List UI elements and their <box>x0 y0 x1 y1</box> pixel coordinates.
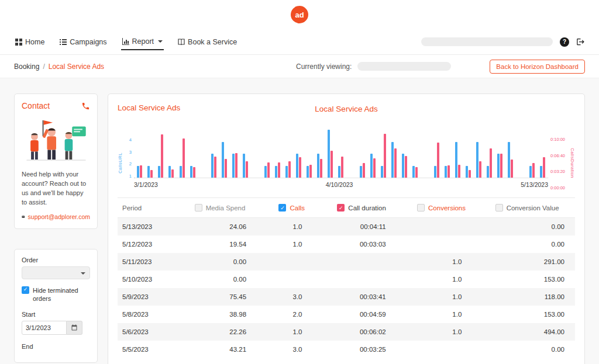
duration-bar[interactable] <box>299 157 301 178</box>
calls-bar[interactable] <box>137 166 139 178</box>
duration-bar[interactable] <box>278 162 280 178</box>
duration-bar[interactable] <box>150 170 153 178</box>
duration-bar[interactable] <box>469 170 471 178</box>
calls-bar[interactable] <box>487 166 489 178</box>
calls-bar[interactable] <box>412 166 415 178</box>
calls-bar[interactable] <box>190 166 192 178</box>
chart: CallsURL 1234 3/1/20234/10/20235/13/2023… <box>118 128 575 188</box>
duration-bar[interactable] <box>161 134 163 178</box>
calls-bar[interactable] <box>381 166 383 178</box>
bar-group <box>190 166 195 178</box>
calls-bar[interactable] <box>445 166 447 178</box>
duration-bar[interactable] <box>331 151 333 178</box>
calls-bar[interactable] <box>402 154 404 178</box>
duration-bar[interactable] <box>183 138 185 178</box>
duration-bar[interactable] <box>246 161 248 178</box>
back-to-horizon-button[interactable]: Back to Horizon Dashboard <box>490 60 585 74</box>
column-header-calls[interactable]: Calls <box>264 204 319 212</box>
contact-help-text: Need help with your account? Reach out t… <box>22 170 90 207</box>
calls-bar[interactable] <box>275 166 277 178</box>
calls-bar[interactable] <box>508 142 510 178</box>
calls-bar[interactable] <box>232 154 235 178</box>
duration-bar[interactable] <box>394 148 397 178</box>
calls-bar[interactable] <box>391 142 394 178</box>
metric-checkbox-calls[interactable] <box>278 204 286 212</box>
duration-bar[interactable] <box>543 157 545 178</box>
duration-bar[interactable] <box>214 157 216 178</box>
duration-bar[interactable] <box>384 134 386 178</box>
duration-bar[interactable] <box>458 165 460 178</box>
calendar-button[interactable] <box>67 321 82 335</box>
account-selector[interactable] <box>421 37 553 46</box>
duration-bar[interactable] <box>225 159 227 178</box>
duration-bar[interactable] <box>405 156 407 178</box>
calls-bar[interactable] <box>434 166 436 178</box>
duration-bar[interactable] <box>363 163 365 178</box>
duration-bar[interactable] <box>437 143 439 178</box>
duration-bar[interactable] <box>490 148 492 178</box>
calls-bar[interactable] <box>168 166 171 178</box>
duration-bar[interactable] <box>309 165 312 178</box>
calls-bar[interactable] <box>328 130 330 178</box>
calls-bar[interactable] <box>338 166 340 178</box>
metric-checkbox-conversions[interactable] <box>417 204 425 212</box>
calls-bar[interactable] <box>466 166 468 178</box>
start-date-input[interactable] <box>22 321 67 335</box>
calls-bar[interactable] <box>211 154 214 178</box>
support-email-link[interactable]: support@adplorer.com <box>28 213 90 220</box>
calls-bar[interactable] <box>180 166 182 178</box>
duration-bar[interactable] <box>171 169 174 178</box>
calls-bar[interactable] <box>264 166 267 178</box>
currently-viewing-value[interactable] <box>357 62 451 71</box>
metric-checkbox-conversion-value[interactable] <box>495 204 503 212</box>
sign-out-icon[interactable] <box>576 37 585 46</box>
calls-bar[interactable] <box>222 142 224 178</box>
table-row: 5/8/202338.982.000:04:591.0153.00 <box>118 306 575 323</box>
nav-item-campaigns[interactable]: Campaigns <box>58 34 108 50</box>
calls-bar[interactable] <box>529 166 532 178</box>
calls-bar[interactable] <box>158 166 160 178</box>
column-header-call-duration[interactable]: Call duration <box>320 204 404 212</box>
breadcrumb-section[interactable]: Booking <box>14 63 39 71</box>
duration-bar[interactable] <box>140 165 142 178</box>
metric-checkbox-call-duration[interactable] <box>337 204 345 212</box>
adplorer-logo[interactable]: ad <box>291 6 308 23</box>
calls-bar[interactable] <box>497 154 500 178</box>
duration-bar[interactable] <box>193 167 195 178</box>
duration-bar[interactable] <box>288 161 291 178</box>
calls-bar[interactable] <box>243 154 245 178</box>
column-header-conversion-value[interactable]: Conversion Value <box>479 204 575 212</box>
calls-bar[interactable] <box>476 142 478 178</box>
calls-bar[interactable] <box>360 166 362 178</box>
nav-item-report[interactable]: Report <box>121 34 164 50</box>
duration-bar[interactable] <box>341 157 343 178</box>
duration-bar[interactable] <box>479 161 481 178</box>
calls-bar[interactable] <box>307 166 309 178</box>
calls-bar[interactable] <box>285 166 288 178</box>
duration-bar[interactable] <box>447 165 450 178</box>
duration-bar[interactable] <box>415 167 418 178</box>
column-header-conversions[interactable]: Conversions <box>404 204 480 212</box>
hide-terminated-checkbox[interactable] <box>22 286 29 294</box>
calls-bar[interactable] <box>296 154 298 178</box>
calls-bar[interactable] <box>370 154 373 178</box>
duration-bar[interactable] <box>511 160 513 178</box>
calls-bar[interactable] <box>540 166 542 178</box>
duration-bar[interactable] <box>373 158 376 178</box>
duration-bar[interactable] <box>320 159 322 178</box>
nav-item-home[interactable]: Home <box>14 34 46 50</box>
metric-checkbox-media-spend[interactable] <box>195 204 202 212</box>
calls-bar[interactable] <box>455 142 457 178</box>
duration-bar[interactable] <box>532 163 535 178</box>
duration-bar[interactable] <box>500 154 502 178</box>
column-header-media-spend[interactable]: Media Spend <box>176 204 264 212</box>
nav-item-book-a-service[interactable]: Book a Service <box>177 34 238 50</box>
calls-bar[interactable] <box>147 166 150 178</box>
order-select[interactable] <box>22 266 90 279</box>
help-icon[interactable]: ? <box>560 37 569 47</box>
calls-bar[interactable] <box>317 154 319 178</box>
bar-group <box>487 148 492 178</box>
duration-bar[interactable] <box>267 162 270 178</box>
breadcrumb-bar: Booking / Local Service Ads Currently vi… <box>0 55 599 78</box>
duration-bar[interactable] <box>235 153 237 178</box>
